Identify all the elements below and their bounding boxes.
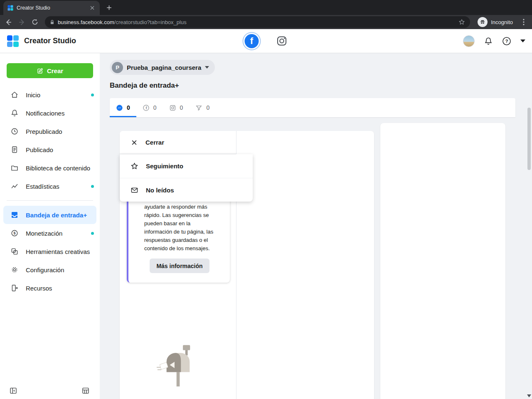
incognito-label: Incognito [491,19,513,25]
clock-icon [10,127,19,135]
tab-filter[interactable]: 0 [189,98,216,117]
app-header: Creator Studio f ? [0,29,532,53]
app-title: Creator Studio [24,37,76,45]
incognito-icon [478,17,488,27]
sidebar-item-estadisticas[interactable]: Estadísticas [0,177,100,195]
create-button-label: Crear [47,67,63,74]
sidebar-item-label: Estadísticas [26,183,59,190]
tab-facebook[interactable]: f 0 [136,98,163,117]
folder-icon [10,164,19,172]
sidebar-item-label: Inicio [26,91,40,99]
compose-pencil-icon [37,67,44,74]
profile-avatar[interactable] [463,35,475,47]
page-title: Bandeja de entrada+ [110,81,179,90]
svg-text:$: $ [13,231,15,235]
url-path: /creatorstudio?tab=inbox_plus [114,19,187,25]
close-filter-row[interactable]: Cerrar [120,131,236,154]
scrollbar-thumb[interactable] [527,108,531,170]
browser-toolbar: business.facebook.com/creatorstudio?tab=… [0,15,532,29]
menu-item-label: Seguimiento [146,163,183,170]
sidebar-item-configuracion[interactable]: Configuración [0,261,100,279]
inbox-icon [10,211,19,219]
empty-mailbox-illustration [155,341,202,392]
svg-text:f: f [145,106,147,110]
sidebar-item-label: Monetización [26,230,62,237]
help-icon[interactable]: ? [502,37,511,46]
more-info-button[interactable]: Más información [150,259,209,273]
reload-button[interactable] [29,16,41,28]
page-avatar: P [112,62,123,73]
url-text: business.facebook.com/creatorstudio?tab=… [58,19,187,25]
browser-tab-title: Creator Studio [17,5,86,11]
sidebar: Crear Inicio Notificaciones Prepublicado… [0,53,100,399]
sidebar-item-label: Herramientas creativas [26,248,90,255]
browser-menu-icon[interactable] [518,16,530,28]
chart-icon [10,182,19,190]
bookmark-star-icon[interactable] [458,19,465,25]
sidebar-item-inicio[interactable]: Inicio [0,86,100,104]
forward-button[interactable] [16,16,27,28]
menu-item-no-leidos[interactable]: No leídos [120,178,253,202]
sidebar-item-publicado[interactable]: Publicado [0,140,100,159]
sidebar-item-bandeja-de-entrada[interactable]: Bandeja de entrada+ [3,206,96,224]
home-icon [10,91,19,99]
scroll-down-arrow[interactable] [527,394,531,397]
url-domain: business.facebook.com [58,19,114,25]
page-selector[interactable]: P Prueba_pagina_coursera [110,60,215,75]
bell-icon [10,109,19,117]
svg-text:?: ? [505,38,508,43]
page-name: Prueba_pagina_coursera [127,64,201,71]
sidebar-item-herramientas[interactable]: Herramientas creativas [0,242,100,261]
notifications-bell-icon[interactable] [484,37,493,46]
collapse-sidebar-icon[interactable] [9,387,17,395]
creator-studio-logo [7,35,19,47]
close-label: Cerrar [145,139,164,146]
sidebar-item-prepublicado[interactable]: Prepublicado [0,122,100,140]
keyboard-shortcuts-icon[interactable] [81,387,90,395]
facebook-platform-button[interactable]: f [245,34,259,48]
details-panel [380,123,505,399]
sidebar-item-label: Biblioteca de contenido [26,165,90,172]
facebook-icon: f [143,104,150,111]
instagram-icon [169,104,176,111]
sidebar-item-notificaciones[interactable]: Notificaciones [0,104,100,122]
layers-icon [10,247,19,256]
create-button[interactable]: Crear [7,63,93,78]
account-menu-caret[interactable] [520,39,525,42]
funnel-icon [195,104,202,111]
sidebar-item-biblioteca[interactable]: Biblioteca de contenido [0,159,100,177]
notification-dot [91,94,94,96]
document-icon [10,145,19,154]
browser-tab[interactable]: Creator Studio [3,1,100,15]
notification-dot [91,185,94,188]
gear-icon [10,266,19,274]
tab-count: 0 [180,104,183,111]
envelope-icon [131,186,138,194]
sidebar-item-label: Notificaciones [26,110,64,117]
notification-dot [91,232,94,235]
messenger-icon [116,104,123,111]
sidebar-item-label: Publicado [26,146,53,153]
main-content: P Prueba_pagina_coursera Bandeja de entr… [100,53,532,399]
incognito-badge: Incognito [474,17,516,27]
sidebar-item-recursos[interactable]: Recursos [0,279,100,297]
creator-studio-favicon [7,5,13,11]
lock-icon[interactable] [50,20,54,25]
tab-messenger[interactable]: 0 [110,98,136,117]
tab-count: 0 [153,104,157,111]
tab-count: 0 [127,104,130,111]
url-bar[interactable]: business.facebook.com/creatorstudio?tab=… [45,16,470,28]
tip-text: ayudarte a responder más rápido. Las sug… [144,203,216,253]
menu-item-seguimiento[interactable]: Seguimiento [120,154,253,178]
new-tab-button[interactable] [103,2,115,13]
instagram-platform-button[interactable] [276,35,288,47]
back-button[interactable] [2,16,14,28]
tab-close-icon[interactable] [89,5,96,11]
sidebar-item-monetizacion[interactable]: $ Monetización [0,224,100,242]
close-icon [131,139,138,146]
scrollbar[interactable] [526,106,532,399]
sidebar-divider [7,200,93,201]
dollar-icon: $ [10,229,19,237]
tab-instagram[interactable]: 0 [163,98,190,117]
sidebar-item-label: Prepublicado [26,128,62,135]
